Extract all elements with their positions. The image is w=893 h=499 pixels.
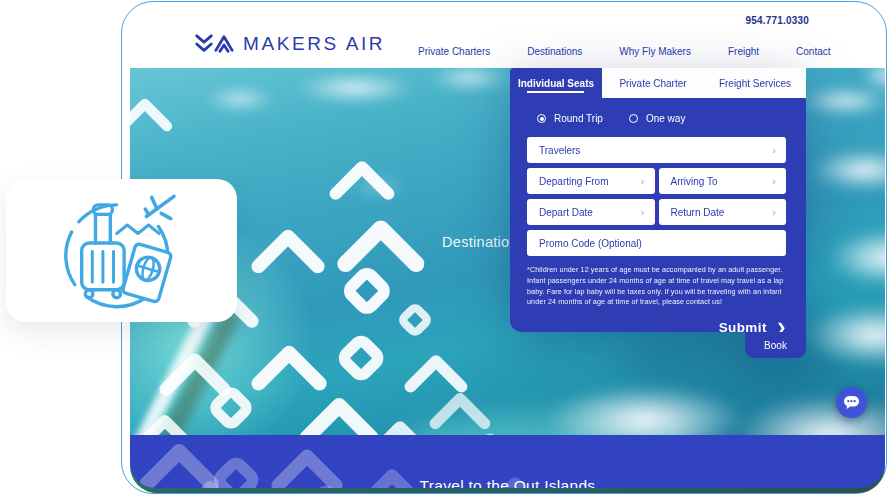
- phone-number[interactable]: 954.771.0330: [745, 15, 809, 26]
- site-header: 954.771.0330 MAKERS AIR Private Charters…: [130, 6, 885, 68]
- chat-bubble-icon: [843, 395, 860, 410]
- logo-chevrons-icon: [194, 32, 234, 56]
- radio-one-way[interactable]: One way: [629, 113, 685, 124]
- main-nav: Private Charters Destinations Why Fly Ma…: [418, 46, 831, 57]
- active-tab-underline: [527, 91, 584, 93]
- travel-info-card: [6, 179, 237, 322]
- field-label: Depart Date: [539, 207, 593, 218]
- tab-label: Individual Seats: [518, 78, 594, 89]
- page: Destinations: [0, 0, 893, 499]
- radio-label: Round Trip: [554, 113, 603, 124]
- tab-individual-seats[interactable]: Individual Seats: [510, 68, 602, 98]
- booking-panel: Round Trip One way Travelers › Depar: [510, 98, 806, 332]
- radio-selected-icon: [537, 114, 546, 123]
- tab-label: Private Charter: [619, 78, 686, 89]
- radio-unselected-icon: [629, 114, 638, 123]
- depart-date-field[interactable]: Depart Date ›: [527, 199, 655, 225]
- book-tab[interactable]: Book: [745, 332, 806, 358]
- nav-freight[interactable]: Freight: [728, 46, 759, 57]
- radio-label: One way: [646, 113, 685, 124]
- tab-private-charter[interactable]: Private Charter: [602, 68, 704, 98]
- booking-widget: Individual Seats Private Charter Freight…: [510, 68, 806, 332]
- chevron-right-icon: ›: [772, 207, 776, 218]
- departing-from-field[interactable]: Departing From ›: [527, 168, 655, 194]
- field-label: Travelers: [539, 145, 580, 156]
- field-label: Departing From: [539, 176, 608, 187]
- footer-band: Travel to the Out Islands: [130, 435, 885, 488]
- site-card: Destinations: [130, 6, 885, 493]
- promo-code-field[interactable]: Promo Code (Optional): [527, 230, 786, 256]
- book-label: Book: [764, 340, 787, 351]
- chevron-right-icon: ›: [641, 176, 645, 187]
- chevron-right-icon: ›: [772, 145, 776, 156]
- travelers-field[interactable]: Travelers ›: [527, 137, 786, 163]
- travel-luggage-passport-plane-icon: [52, 190, 192, 312]
- brand-name: MAKERS AIR: [243, 33, 385, 55]
- return-date-field[interactable]: Return Date ›: [659, 199, 787, 225]
- arriving-to-field[interactable]: Arriving To ›: [659, 168, 787, 194]
- nav-destinations[interactable]: Destinations: [527, 46, 582, 57]
- brand-logo[interactable]: MAKERS AIR: [194, 32, 385, 56]
- booking-disclaimer: *Children under 12 years of age must be …: [527, 265, 786, 308]
- field-label: Promo Code (Optional): [539, 238, 642, 249]
- field-label: Arriving To: [671, 176, 718, 187]
- field-label: Return Date: [671, 207, 725, 218]
- nav-contact[interactable]: Contact: [796, 46, 830, 57]
- radio-round-trip[interactable]: Round Trip: [537, 113, 603, 124]
- chevron-right-icon: ›: [772, 176, 776, 187]
- tab-label: Freight Services: [719, 78, 791, 89]
- trip-type-options: Round Trip One way: [537, 113, 786, 124]
- chat-launcher-button[interactable]: [836, 387, 867, 418]
- footer-chevron-pattern: [130, 435, 550, 488]
- tab-freight-services[interactable]: Freight Services: [704, 68, 806, 98]
- booking-tabs: Individual Seats Private Charter Freight…: [510, 68, 806, 98]
- nav-why-fly-makers[interactable]: Why Fly Makers: [619, 46, 691, 57]
- chevron-right-icon: ›: [641, 207, 645, 218]
- nav-private-charters[interactable]: Private Charters: [418, 46, 490, 57]
